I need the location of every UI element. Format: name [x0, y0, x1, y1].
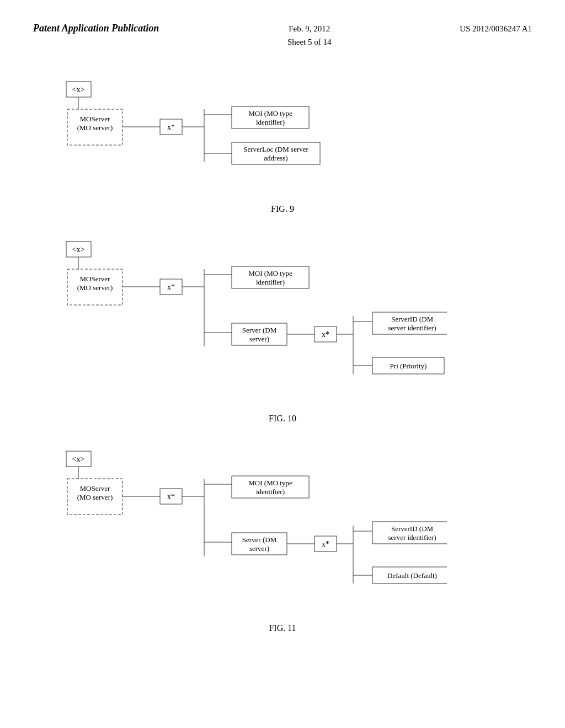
svg-text:(MO server): (MO server)	[77, 493, 113, 501]
fig11-diagram: <x> MOServer (MO server) x* MOI (MO type…	[33, 446, 447, 617]
page-header: Patent Application Publication Feb. 9, 2…	[33, 22, 532, 49]
svg-text:MOServer: MOServer	[80, 484, 111, 493]
svg-text:MOServer: MOServer	[80, 115, 111, 123]
header-date-sheet: Feb. 9, 2012 Sheet 5 of 14	[287, 22, 332, 49]
svg-text:(MO server): (MO server)	[77, 283, 113, 292]
svg-text:server): server)	[249, 544, 269, 553]
svg-text:ServerID (DM: ServerID (DM	[391, 524, 434, 533]
fig9-label: FIG. 9	[33, 204, 532, 214]
svg-text:Pri (Priority): Pri (Priority)	[390, 362, 427, 370]
sheet-info: Sheet 5 of 14	[287, 38, 332, 46]
figure-9-container: <x> MOServer (MO server) x* MOI (MO type…	[33, 76, 532, 214]
svg-text:identifier): identifier)	[256, 488, 285, 496]
svg-text:MOI (MO type: MOI (MO type	[248, 109, 292, 117]
svg-text:server): server)	[249, 335, 269, 343]
svg-text:Server (DM: Server (DM	[242, 326, 277, 334]
svg-text:(MO server): (MO server)	[77, 124, 113, 132]
fig11-label: FIG. 11	[33, 623, 532, 633]
svg-text:MOI (MO type: MOI (MO type	[248, 479, 292, 487]
svg-text:x*: x*	[322, 540, 329, 548]
svg-text:ServerID (DM: ServerID (DM	[391, 315, 434, 323]
svg-text:<x>: <x>	[72, 85, 85, 94]
figure-10-container: <x> MOServer (MO server) x* MOI (MO type…	[33, 236, 532, 424]
svg-text:identifier): identifier)	[256, 278, 285, 286]
svg-text:ServerLoc (DM server: ServerLoc (DM server	[243, 145, 308, 153]
page: Patent Application Publication Feb. 9, 2…	[0, 0, 565, 728]
svg-text:x*: x*	[322, 330, 329, 339]
svg-text:Default (Default): Default (Default)	[387, 571, 437, 580]
svg-text:<x>: <x>	[72, 455, 85, 463]
fig9-diagram: <x> MOServer (MO server) x* MOI (MO type…	[33, 76, 419, 197]
svg-text:Server (DM: Server (DM	[242, 536, 277, 544]
svg-text:identifier): identifier)	[256, 118, 285, 126]
fig10-diagram: <x> MOServer (MO server) x* MOI (MO type…	[33, 236, 447, 407]
publication-title: Patent Application Publication	[33, 22, 159, 35]
svg-text:x*: x*	[167, 123, 175, 131]
figure-11-container: <x> MOServer (MO server) x* MOI (MO type…	[33, 446, 532, 633]
svg-text:MOI (MO type: MOI (MO type	[248, 269, 292, 277]
pub-date: Feb. 9, 2012	[289, 24, 330, 33]
svg-text:server identifier): server identifier)	[388, 533, 436, 542]
svg-text:MOServer: MOServer	[80, 275, 111, 283]
svg-text:x*: x*	[167, 283, 175, 291]
patent-number: US 2012/0036247 A1	[460, 22, 532, 35]
svg-text:<x>: <x>	[72, 245, 85, 254]
svg-text:address): address)	[264, 154, 287, 162]
fig10-label: FIG. 10	[33, 414, 532, 424]
svg-text:server identifier): server identifier)	[388, 324, 436, 332]
svg-text:x*: x*	[167, 493, 175, 501]
